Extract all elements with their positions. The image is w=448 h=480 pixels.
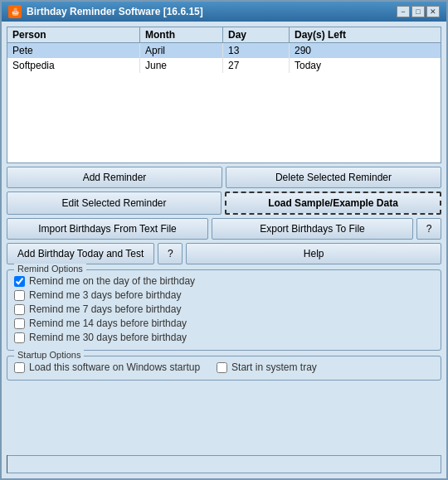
startup-label-1: Load this software on Windows startup xyxy=(29,361,200,373)
title-buttons: − □ ✕ xyxy=(397,6,440,17)
app-icon: 🎂 xyxy=(8,5,22,18)
remind-option-2: Remind me 3 days before birthday xyxy=(14,289,434,301)
buttons-row-3: Import Birthdays From Text File Export B… xyxy=(7,218,441,240)
export-birthdays-button[interactable]: Export Birthdays To File xyxy=(212,218,413,240)
startup-label-2: Start in system tray xyxy=(231,361,317,373)
remind-label-5: Remind me 30 days before birthday xyxy=(29,332,187,343)
edit-reminder-button[interactable]: Edit Selected Reminder xyxy=(7,192,222,215)
remind-option-3: Remind me 7 days before birthday xyxy=(14,303,434,315)
buttons-row-4: Add Birthday Today and Test ? Help xyxy=(7,243,441,264)
remind-checkbox-2[interactable] xyxy=(14,290,25,301)
add-today-help-button[interactable]: ? xyxy=(158,243,183,264)
title-bar-left: 🎂 Birthday Reminder Software [16.6.15] xyxy=(8,5,203,18)
remind-option-4: Remind me 14 days before birthday xyxy=(14,318,434,329)
startup-options-group: Startup Options Load this software on Wi… xyxy=(7,356,441,381)
remind-label-4: Remind me 14 days before birthday xyxy=(29,318,187,329)
add-reminder-button[interactable]: Add Reminder xyxy=(7,167,222,188)
col-day: Day xyxy=(223,27,290,42)
col-days-left: Day(s) Left xyxy=(290,27,389,42)
cell-person: Pete xyxy=(7,43,140,58)
remind-label-2: Remind me 3 days before birthday xyxy=(29,289,181,301)
cell-days-left: 290 xyxy=(290,43,389,58)
main-window: 🎂 Birthday Reminder Software [16.6.15] −… xyxy=(0,0,448,480)
remind-options-group: Remind Options Remind me on the day of t… xyxy=(7,269,441,351)
buttons-row-1: Add Reminder Delete Selected Reminder xyxy=(7,167,441,188)
table-header: Person Month Day Day(s) Left xyxy=(7,27,441,43)
remind-option-1: Remind me on the day of the birthday xyxy=(14,275,434,287)
startup-checkbox-2[interactable] xyxy=(217,362,227,373)
buttons-row-2: Edit Selected Reminder Load Sample/Examp… xyxy=(7,192,441,215)
remind-label-3: Remind me 7 days before birthday xyxy=(29,303,181,315)
startup-item-2: Start in system tray xyxy=(217,361,317,373)
startup-item-1: Load this software on Windows startup xyxy=(14,361,200,373)
birthday-table: Person Month Day Day(s) Left Pete April … xyxy=(7,27,441,163)
content-area: Person Month Day Day(s) Left Pete April … xyxy=(2,22,446,478)
cell-month: June xyxy=(140,58,223,73)
remind-label-1: Remind me on the day of the birthday xyxy=(29,275,195,287)
startup-checkbox-1[interactable] xyxy=(14,362,25,373)
remind-checkbox-1[interactable] xyxy=(14,276,25,287)
help-button[interactable]: Help xyxy=(186,243,441,264)
col-month: Month xyxy=(140,27,223,42)
add-today-button[interactable]: Add Birthday Today and Test xyxy=(7,243,154,264)
import-birthdays-button[interactable]: Import Birthdays From Text File xyxy=(7,218,208,240)
cell-person: Softpedia xyxy=(7,58,140,73)
remind-checkbox-3[interactable] xyxy=(14,304,25,315)
table-row[interactable]: Softpedia June 27 Today xyxy=(7,58,441,73)
col-person: Person xyxy=(7,27,140,42)
table-body: Pete April 13 290 Softpedia June 27 Toda… xyxy=(7,43,441,73)
startup-row: Load this software on Windows startup St… xyxy=(14,361,434,373)
remind-options-label: Remind Options xyxy=(14,264,86,274)
maximize-button[interactable]: □ xyxy=(411,6,425,17)
import-help-button[interactable]: ? xyxy=(416,218,441,240)
minimize-button[interactable]: − xyxy=(397,6,410,17)
close-button[interactable]: ✕ xyxy=(426,6,440,17)
remind-checkbox-4[interactable] xyxy=(14,318,25,329)
remind-option-5: Remind me 30 days before birthday xyxy=(14,332,434,343)
window-title: Birthday Reminder Software [16.6.15] xyxy=(27,6,203,17)
table-row[interactable]: Pete April 13 290 xyxy=(7,43,441,58)
cell-day: 27 xyxy=(223,58,290,73)
cell-days-left: Today xyxy=(290,58,389,73)
title-bar: 🎂 Birthday Reminder Software [16.6.15] −… xyxy=(2,2,446,22)
cell-month: April xyxy=(140,43,223,58)
remind-checkbox-5[interactable] xyxy=(14,332,25,343)
delete-reminder-button[interactable]: Delete Selected Reminder xyxy=(226,167,441,188)
status-bar xyxy=(7,455,441,473)
load-sample-button[interactable]: Load Sample/Example Data xyxy=(225,192,441,215)
startup-options-label: Startup Options xyxy=(14,350,84,360)
cell-day: 13 xyxy=(223,43,290,58)
